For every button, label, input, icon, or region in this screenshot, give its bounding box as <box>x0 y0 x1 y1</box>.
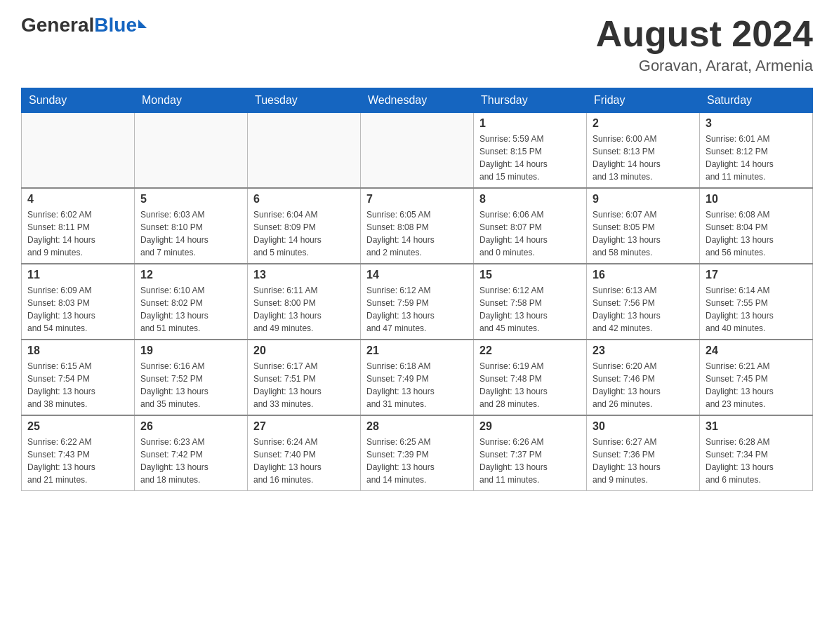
calendar-cell: 26Sunrise: 6:23 AM Sunset: 7:42 PM Dayli… <box>135 415 248 491</box>
day-info: Sunrise: 6:26 AM Sunset: 7:37 PM Dayligh… <box>479 436 581 486</box>
day-info: Sunrise: 6:11 AM Sunset: 8:00 PM Dayligh… <box>253 284 355 335</box>
day-info: Sunrise: 6:04 AM Sunset: 8:09 PM Dayligh… <box>253 208 355 259</box>
calendar-cell: 13Sunrise: 6:11 AM Sunset: 8:00 PM Dayli… <box>248 264 361 340</box>
calendar-header-thursday: Thursday <box>474 88 587 113</box>
day-info: Sunrise: 6:28 AM Sunset: 7:34 PM Dayligh… <box>706 436 807 486</box>
calendar-cell: 6Sunrise: 6:04 AM Sunset: 8:09 PM Daylig… <box>248 188 361 264</box>
calendar-cell: 17Sunrise: 6:14 AM Sunset: 7:55 PM Dayli… <box>700 264 813 340</box>
calendar-cell: 2Sunrise: 6:00 AM Sunset: 8:13 PM Daylig… <box>587 113 700 189</box>
day-number: 30 <box>593 420 694 433</box>
calendar-cell: 11Sunrise: 6:09 AM Sunset: 8:03 PM Dayli… <box>22 264 135 340</box>
page-header: General Blue August 2024 Goravan, Ararat… <box>21 14 813 75</box>
day-number: 11 <box>27 269 128 281</box>
day-number: 25 <box>27 420 128 433</box>
calendar-week-row: 1Sunrise: 5:59 AM Sunset: 8:15 PM Daylig… <box>22 113 813 189</box>
day-number: 23 <box>593 344 694 357</box>
day-number: 19 <box>140 344 241 357</box>
day-info: Sunrise: 6:06 AM Sunset: 8:07 PM Dayligh… <box>479 208 581 259</box>
logo-general-text: General <box>21 14 94 36</box>
calendar-cell: 30Sunrise: 6:27 AM Sunset: 7:36 PM Dayli… <box>587 415 700 491</box>
calendar-cell: 1Sunrise: 5:59 AM Sunset: 8:15 PM Daylig… <box>474 113 587 189</box>
day-info: Sunrise: 6:00 AM Sunset: 8:13 PM Dayligh… <box>593 133 694 183</box>
calendar-cell: 7Sunrise: 6:05 AM Sunset: 8:08 PM Daylig… <box>361 188 474 264</box>
day-info: Sunrise: 6:24 AM Sunset: 7:40 PM Dayligh… <box>253 436 355 486</box>
day-number: 24 <box>706 344 807 357</box>
day-info: Sunrise: 6:14 AM Sunset: 7:55 PM Dayligh… <box>706 284 807 335</box>
day-number: 22 <box>479 344 581 357</box>
day-info: Sunrise: 6:05 AM Sunset: 8:08 PM Dayligh… <box>366 208 468 259</box>
day-number: 7 <box>366 193 468 206</box>
day-number: 28 <box>366 420 468 433</box>
calendar-week-row: 25Sunrise: 6:22 AM Sunset: 7:43 PM Dayli… <box>22 415 813 491</box>
day-info: Sunrise: 6:08 AM Sunset: 8:04 PM Dayligh… <box>706 208 807 259</box>
calendar-header-monday: Monday <box>135 88 248 113</box>
calendar-cell: 10Sunrise: 6:08 AM Sunset: 8:04 PM Dayli… <box>700 188 813 264</box>
calendar-header-saturday: Saturday <box>700 88 813 113</box>
calendar-header-row: SundayMondayTuesdayWednesdayThursdayFrid… <box>22 88 813 113</box>
day-number: 21 <box>366 344 468 357</box>
day-info: Sunrise: 6:01 AM Sunset: 8:12 PM Dayligh… <box>706 133 807 183</box>
calendar-cell: 15Sunrise: 6:12 AM Sunset: 7:58 PM Dayli… <box>474 264 587 340</box>
month-title: August 2024 <box>596 14 813 54</box>
calendar-cell: 5Sunrise: 6:03 AM Sunset: 8:10 PM Daylig… <box>135 188 248 264</box>
day-info: Sunrise: 6:03 AM Sunset: 8:10 PM Dayligh… <box>140 208 241 259</box>
day-number: 31 <box>706 420 807 433</box>
calendar-cell: 25Sunrise: 6:22 AM Sunset: 7:43 PM Dayli… <box>22 415 135 491</box>
calendar-header-sunday: Sunday <box>22 88 135 113</box>
day-info: Sunrise: 6:09 AM Sunset: 8:03 PM Dayligh… <box>27 284 128 335</box>
day-number: 14 <box>366 269 468 281</box>
day-number: 18 <box>27 344 128 357</box>
calendar-cell: 12Sunrise: 6:10 AM Sunset: 8:02 PM Dayli… <box>135 264 248 340</box>
logo-triangle-icon <box>138 20 147 28</box>
calendar-cell: 16Sunrise: 6:13 AM Sunset: 7:56 PM Dayli… <box>587 264 700 340</box>
day-info: Sunrise: 6:02 AM Sunset: 8:11 PM Dayligh… <box>27 208 128 259</box>
day-info: Sunrise: 6:21 AM Sunset: 7:45 PM Dayligh… <box>706 360 807 410</box>
logo-blue-part: Blue <box>94 14 147 36</box>
day-info: Sunrise: 6:12 AM Sunset: 7:59 PM Dayligh… <box>366 284 468 335</box>
calendar-week-row: 11Sunrise: 6:09 AM Sunset: 8:03 PM Dayli… <box>22 264 813 340</box>
day-number: 13 <box>253 269 355 281</box>
day-number: 3 <box>706 117 807 130</box>
calendar-cell: 18Sunrise: 6:15 AM Sunset: 7:54 PM Dayli… <box>22 340 135 415</box>
day-info: Sunrise: 6:13 AM Sunset: 7:56 PM Dayligh… <box>593 284 694 335</box>
day-info: Sunrise: 6:25 AM Sunset: 7:39 PM Dayligh… <box>366 436 468 486</box>
calendar-cell: 8Sunrise: 6:06 AM Sunset: 8:07 PM Daylig… <box>474 188 587 264</box>
day-info: Sunrise: 6:17 AM Sunset: 7:51 PM Dayligh… <box>253 360 355 410</box>
logo: General Blue <box>21 14 147 36</box>
calendar-cell: 22Sunrise: 6:19 AM Sunset: 7:48 PM Dayli… <box>474 340 587 415</box>
calendar-cell <box>361 113 474 189</box>
calendar-cell <box>135 113 248 189</box>
calendar-cell: 29Sunrise: 6:26 AM Sunset: 7:37 PM Dayli… <box>474 415 587 491</box>
day-info: Sunrise: 6:15 AM Sunset: 7:54 PM Dayligh… <box>27 360 128 410</box>
day-number: 4 <box>27 193 128 206</box>
day-number: 16 <box>593 269 694 281</box>
day-number: 17 <box>706 269 807 281</box>
day-info: Sunrise: 6:16 AM Sunset: 7:52 PM Dayligh… <box>140 360 241 410</box>
calendar-cell: 21Sunrise: 6:18 AM Sunset: 7:49 PM Dayli… <box>361 340 474 415</box>
day-info: Sunrise: 6:07 AM Sunset: 8:05 PM Dayligh… <box>593 208 694 259</box>
calendar-cell: 27Sunrise: 6:24 AM Sunset: 7:40 PM Dayli… <box>248 415 361 491</box>
day-info: Sunrise: 6:10 AM Sunset: 8:02 PM Dayligh… <box>140 284 241 335</box>
calendar-cell: 23Sunrise: 6:20 AM Sunset: 7:46 PM Dayli… <box>587 340 700 415</box>
day-number: 10 <box>706 193 807 206</box>
calendar-cell: 24Sunrise: 6:21 AM Sunset: 7:45 PM Dayli… <box>700 340 813 415</box>
day-number: 5 <box>140 193 241 206</box>
day-number: 15 <box>479 269 581 281</box>
day-info: Sunrise: 6:20 AM Sunset: 7:46 PM Dayligh… <box>593 360 694 410</box>
day-info: Sunrise: 6:19 AM Sunset: 7:48 PM Dayligh… <box>479 360 581 410</box>
calendar-header-tuesday: Tuesday <box>248 88 361 113</box>
calendar-cell <box>248 113 361 189</box>
day-info: Sunrise: 5:59 AM Sunset: 8:15 PM Dayligh… <box>479 133 581 183</box>
day-info: Sunrise: 6:23 AM Sunset: 7:42 PM Dayligh… <box>140 436 241 486</box>
day-info: Sunrise: 6:22 AM Sunset: 7:43 PM Dayligh… <box>27 436 128 486</box>
day-number: 6 <box>253 193 355 206</box>
calendar-table: SundayMondayTuesdayWednesdayThursdayFrid… <box>21 88 813 491</box>
day-number: 2 <box>593 117 694 130</box>
logo-blue-text: Blue <box>94 14 137 36</box>
calendar-cell: 28Sunrise: 6:25 AM Sunset: 7:39 PM Dayli… <box>361 415 474 491</box>
day-number: 8 <box>479 193 581 206</box>
day-number: 29 <box>479 420 581 433</box>
day-info: Sunrise: 6:12 AM Sunset: 7:58 PM Dayligh… <box>479 284 581 335</box>
day-number: 27 <box>253 420 355 433</box>
day-number: 26 <box>140 420 241 433</box>
